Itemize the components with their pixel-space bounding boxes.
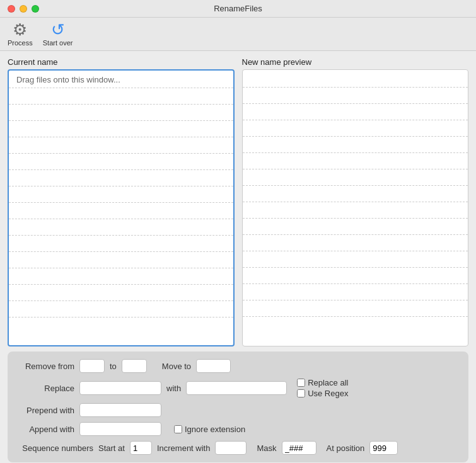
- refresh-icon: ↺: [51, 21, 65, 38]
- remove-from-label: Remove from: [18, 362, 74, 371]
- new-name-list[interactable]: [242, 69, 469, 346]
- remove-to-input[interactable]: [122, 359, 147, 373]
- new-file-row: [243, 202, 468, 219]
- new-file-row: [243, 268, 468, 284]
- main-content: Current name Drag files onto this window…: [0, 51, 476, 463]
- increment-input[interactable]: [215, 441, 247, 455]
- with-label: with: [166, 384, 181, 393]
- current-file-row: [9, 285, 233, 301]
- current-file-row: [9, 186, 233, 203]
- maximize-button[interactable]: [32, 5, 39, 13]
- minimize-button[interactable]: [20, 5, 27, 13]
- replace-all-label: Replace all: [308, 378, 348, 387]
- gear-icon: ⚙: [13, 21, 27, 38]
- append-input[interactable]: [79, 422, 161, 436]
- new-file-row: [243, 71, 468, 88]
- current-file-row: [9, 268, 233, 285]
- drag-placeholder: Drag files onto this window...: [11, 72, 125, 87]
- prepend-input[interactable]: [79, 403, 161, 417]
- ignore-extension-label: Ignore extension: [185, 425, 245, 434]
- panels: Current name Drag files onto this window…: [8, 57, 468, 346]
- new-file-row: [243, 120, 468, 137]
- current-file-row: [9, 154, 233, 170]
- current-file-row: [9, 137, 233, 154]
- new-file-row: [243, 284, 468, 300]
- new-name-label: New name preview: [242, 57, 469, 67]
- replace-all-checkbox[interactable]: [297, 379, 305, 387]
- sequence-row: Sequence numbers Start at Increment with…: [18, 441, 458, 455]
- options-panel: Remove from to Move to Replace with Repl…: [8, 352, 468, 462]
- current-name-label: Current name: [8, 57, 235, 67]
- current-file-row: [9, 170, 233, 186]
- current-name-panel: Current name Drag files onto this window…: [8, 57, 235, 346]
- start-over-label: Start over: [43, 39, 73, 47]
- new-name-panel: New name preview: [242, 57, 469, 346]
- new-file-row: [243, 300, 468, 317]
- current-file-row: [9, 121, 233, 137]
- new-file-row: [243, 186, 468, 202]
- ignore-ext-row: Ignore extension: [174, 425, 245, 434]
- replace-input[interactable]: [79, 381, 161, 395]
- checkbox-group: Replace all Use Regex: [297, 378, 348, 398]
- current-file-row: [9, 203, 233, 219]
- new-file-row: [243, 317, 468, 333]
- new-file-row: [243, 104, 468, 120]
- new-file-row: [243, 251, 468, 268]
- use-regex-row: Use Regex: [297, 389, 348, 398]
- current-file-row: [9, 219, 233, 236]
- new-file-row: [243, 137, 468, 153]
- current-file-row: [9, 88, 233, 105]
- traffic-lights: [8, 5, 39, 13]
- use-regex-checkbox[interactable]: [297, 389, 305, 397]
- sequence-label: Sequence numbers: [18, 443, 93, 453]
- start-at-input[interactable]: [130, 441, 152, 455]
- close-button[interactable]: [8, 5, 15, 13]
- append-label: Append with: [18, 425, 74, 434]
- window-title: RenameFiles: [214, 4, 262, 13]
- title-bar: RenameFiles: [0, 0, 476, 18]
- current-file-row: [9, 301, 233, 317]
- to-label: to: [110, 362, 117, 371]
- ignore-extension-checkbox[interactable]: [174, 425, 182, 433]
- move-to-input[interactable]: [196, 359, 231, 373]
- toolbar: ⚙ Process ↺ Start over: [0, 18, 476, 51]
- new-file-row: [243, 88, 468, 104]
- current-file-row: [9, 236, 233, 252]
- start-over-button[interactable]: ↺ Start over: [43, 21, 73, 47]
- replace-row: Replace with Replace all Use Regex: [18, 378, 458, 398]
- current-name-list[interactable]: Drag files onto this window...: [8, 69, 235, 346]
- process-button[interactable]: ⚙ Process: [8, 21, 33, 47]
- current-file-row: [9, 252, 233, 268]
- start-at-label: Start at: [98, 443, 125, 453]
- with-input[interactable]: [186, 381, 287, 395]
- mask-input[interactable]: [282, 441, 316, 455]
- current-file-row: [9, 317, 233, 334]
- prepend-row: Prepend with: [18, 403, 458, 417]
- prepend-label: Prepend with: [18, 406, 74, 415]
- use-regex-label: Use Regex: [308, 389, 348, 398]
- new-file-row: [243, 169, 468, 186]
- at-position-input[interactable]: [369, 441, 398, 455]
- increment-label: Increment with: [157, 443, 211, 453]
- replace-label: Replace: [18, 384, 74, 393]
- move-to-label: Move to: [162, 362, 191, 371]
- remove-from-input[interactable]: [79, 359, 105, 373]
- current-file-row: Drag files onto this window...: [9, 72, 233, 88]
- new-file-row: [243, 235, 468, 251]
- new-file-row: [243, 219, 468, 235]
- append-row: Append with Ignore extension: [18, 422, 458, 436]
- process-label: Process: [8, 39, 33, 47]
- current-file-row: [9, 105, 233, 121]
- new-file-row: [243, 153, 468, 169]
- remove-from-row: Remove from to Move to: [18, 359, 458, 373]
- at-position-label: At position: [327, 443, 365, 453]
- replace-all-row: Replace all: [297, 378, 348, 387]
- mask-label: Mask: [257, 443, 276, 453]
